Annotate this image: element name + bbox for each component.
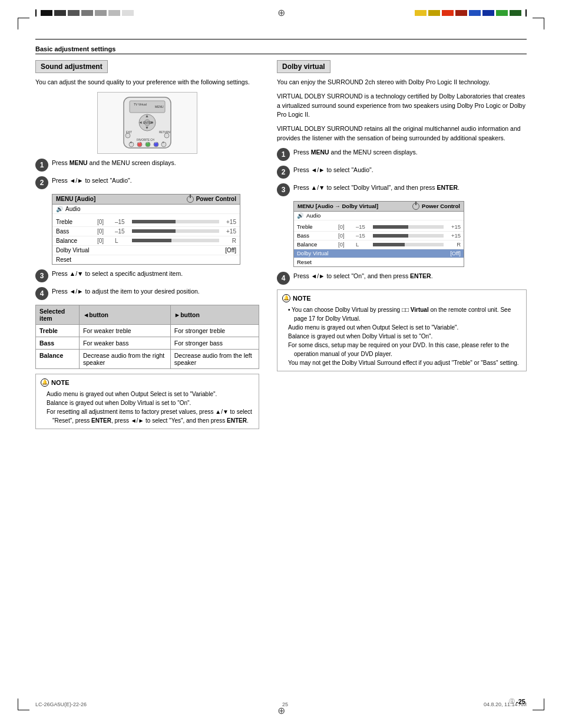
- main-content: Basic adjustment settings Sound adjustme…: [35, 35, 527, 693]
- bottom-left-label: LC-26GA5U(E)-22-26: [35, 701, 87, 707]
- menu-reset-right: Reset: [294, 258, 464, 266]
- menu-header-left: MENU [Audio] Power Control: [52, 195, 240, 205]
- dolby-intro-2: VIRTUAL DOLBY SURROUND is a technology c…: [277, 92, 527, 120]
- table-cell-bass-left: For weaker bass: [79, 337, 170, 349]
- audio-icon-right: 🔊: [297, 212, 304, 219]
- svg-text:RETURN: RETURN: [159, 131, 170, 134]
- step2-text-right: Press ◄/► to select "Audio".: [293, 166, 373, 175]
- note-title-right: 🔔 NOTE: [282, 294, 521, 304]
- step1-left: 1 Press MENU and the MENU screen display…: [35, 159, 259, 172]
- menu-treble-right: Treble [0] –15 +15: [294, 223, 464, 232]
- menu-bass-right: Bass [0] –15 +15: [294, 232, 464, 241]
- sound-adjustment-title: Sound adjustment: [35, 60, 108, 73]
- step2-left: 2 Press ◄/► to select "Audio".: [35, 176, 259, 189]
- note-icon-left: 🔔: [41, 378, 49, 387]
- adjustment-table: Selected item ◄button ►button Treble For…: [35, 305, 259, 369]
- remote-diagram: TV Virtual MENU ENTER ▲ ▼ ◄ ► EXIT RETUR…: [97, 92, 197, 154]
- crosshair-top: ⊕: [277, 7, 285, 18]
- table-cell-treble-left: For weaker treble: [79, 324, 170, 337]
- step3-text-right: Press ▲/▼ to select "Dolby Virtual", and…: [293, 183, 459, 193]
- menu-audio-row-right: 🔊 Audio: [294, 212, 464, 220]
- svg-text:◄: ◄: [138, 120, 143, 124]
- menu-balance-right: Balance [0] L R: [294, 241, 464, 249]
- table-cell-balance-right: Decrease audio from the left speaker: [170, 349, 259, 368]
- note-bullet-2-right: Audio menu is grayed out when Output Sel…: [288, 323, 521, 332]
- table-cell-balance-left: Decrease audio from the right speaker: [79, 349, 170, 368]
- table-cell-treble-right: For stronger treble: [170, 324, 259, 337]
- table-row: Treble For weaker treble For stronger tr…: [36, 324, 259, 337]
- top-reg-right: [415, 9, 527, 17]
- crosshair-bottom: ⊕: [277, 705, 285, 716]
- table-cell-treble-item: Treble: [36, 324, 80, 337]
- table-cell-balance-item: Balance: [36, 349, 80, 368]
- corner-mark-tl: [18, 18, 29, 29]
- table-cell-bass-item: Bass: [36, 337, 80, 349]
- corner-mark-br: [533, 699, 544, 710]
- corner-mark-tr: [533, 18, 544, 29]
- audio-icon-left: 🔊: [56, 206, 63, 212]
- step4-right: 4 Press ◄/► to select "On", and then pre…: [277, 272, 527, 285]
- audio-label-right: Audio: [306, 212, 320, 219]
- step1-right: 1 Press MENU and the MENU screen display…: [277, 148, 527, 161]
- power-control-label-left: Power Control: [196, 196, 236, 202]
- power-control-label-right: Power Control: [422, 203, 460, 209]
- dolby-virtual-title: Dolby virtual: [277, 60, 330, 73]
- step4-text-right: Press ◄/► to select "On", and then press…: [293, 272, 433, 281]
- menu-bass-left: Bass [0] –15 +15: [52, 227, 240, 236]
- left-column: Sound adjustment You can adjust the soun…: [35, 60, 259, 429]
- svg-text:▼: ▼: [145, 126, 149, 130]
- menu-title-right: MENU [Audio → Dolby Virtual]: [297, 203, 378, 210]
- step3-right: 3 Press ▲/▼ to select "Dolby Virtual", a…: [277, 183, 527, 196]
- corner-mark-bl: [18, 699, 29, 710]
- svg-text:TV Virtual: TV Virtual: [134, 103, 147, 106]
- menu-audio-row-left: 🔊 Audio: [52, 205, 240, 214]
- note-box-right: 🔔 NOTE • You can choose Dolby Virtual by…: [277, 289, 527, 372]
- menu-header-right-left: Power Control: [187, 196, 236, 203]
- step4-circle-left: 4: [35, 287, 48, 300]
- step3-circle-left: 3: [35, 269, 48, 282]
- note-bullet-2-left: Balance is grayed out when Dolby Virtual…: [47, 398, 254, 407]
- menu-dolby-left: Dolby Virtual [Off]: [52, 246, 240, 255]
- gs-label: ⓖ: [509, 697, 515, 706]
- section-heading: Basic adjustment settings: [35, 39, 527, 54]
- menu-box-right: MENU [Audio → Dolby Virtual] Power Contr…: [293, 201, 464, 267]
- note-bullet-5-right: You may not get the Dolby Virtual Surrou…: [288, 358, 521, 367]
- svg-text:E: E: [163, 141, 164, 144]
- note-bullet-3-left: For resetting all adjustment items to fa…: [47, 407, 254, 425]
- page-number: -25: [516, 698, 525, 705]
- note-bullet-1-right: • You can choose Dolby Virtual by pressi…: [288, 305, 521, 323]
- power-icon-left: [187, 196, 194, 203]
- note-bullet-4-right: For some discs, setup may be required on…: [288, 341, 521, 358]
- right-column: Dolby virtual You can enjoy the SURROUND…: [277, 60, 527, 429]
- note-icon-right: 🔔: [282, 294, 290, 302]
- power-icon-right: [412, 203, 419, 210]
- menu-reset-left: Reset: [52, 255, 240, 264]
- dolby-intro-1: You can enjoy the SURROUND 2ch stereo wi…: [277, 78, 527, 87]
- step3-text-left: Press ▲/▼ to select a specific adjustmen…: [52, 269, 183, 279]
- svg-point-13: [125, 133, 130, 138]
- step4-circle-right: 4: [277, 272, 290, 285]
- menu-box-left: MENU [Audio] Power Control 🔊 Audio Trebl…: [52, 194, 240, 265]
- sound-adjustment-intro: You can adjust the sound quality to your…: [35, 78, 259, 87]
- svg-point-14: [164, 133, 169, 138]
- step2-circle-right: 2: [277, 166, 290, 179]
- svg-text:C: C: [147, 141, 148, 144]
- note-box-left: 🔔 NOTE Audio menu is grayed out when Out…: [35, 374, 259, 430]
- svg-text:►: ►: [150, 120, 154, 124]
- two-column-layout: Sound adjustment You can adjust the soun…: [35, 60, 527, 429]
- menu-header-right-right: Power Control: [412, 203, 460, 210]
- step2-right: 2 Press ◄/► to select "Audio".: [277, 166, 527, 179]
- svg-text:MENU: MENU: [155, 105, 164, 108]
- menu-dolby-right-selected: Dolby Virtual [Off]: [294, 249, 464, 258]
- table-row: Balance Decrease audio from the right sp…: [36, 349, 259, 368]
- menu-treble-left: Treble [0] –15 +15: [52, 218, 240, 227]
- table-header-left-btn: ◄button: [79, 305, 170, 324]
- table-row: Bass For weaker bass For stronger bass: [36, 337, 259, 349]
- table-header-right-btn: ►button: [170, 305, 259, 324]
- note-bullet-1-left: Audio menu is grayed out when Output Sel…: [47, 390, 254, 398]
- svg-text:▲: ▲: [145, 114, 149, 118]
- note-bullet-3-right: Balance is grayed out when Dolby Virtual…: [288, 332, 521, 341]
- svg-text:A: A: [130, 141, 132, 144]
- table-header-item: Selected item: [36, 305, 80, 324]
- step3-circle-right: 3: [277, 183, 290, 196]
